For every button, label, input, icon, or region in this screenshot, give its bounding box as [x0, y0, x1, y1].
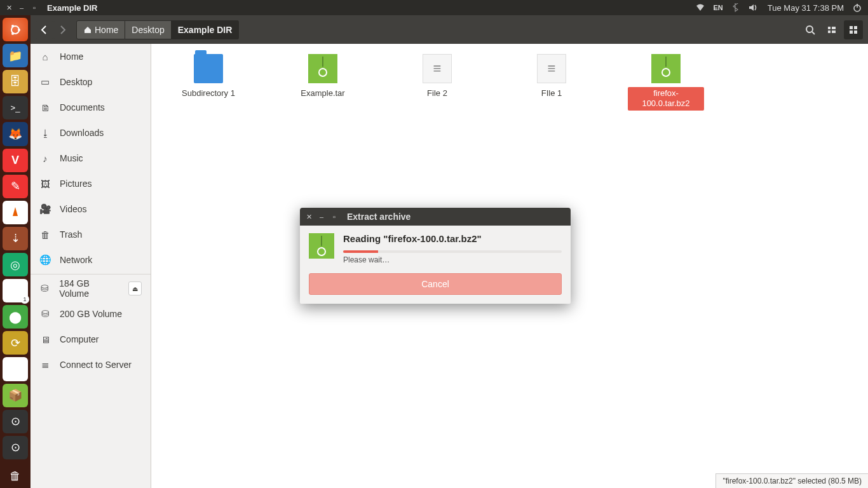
svg-rect-4 — [828, 27, 831, 29]
hdd-icon: ⛁ — [39, 283, 50, 294]
launcher-item[interactable]: ⬤ — [3, 305, 28, 329]
sidebar-item-documents[interactable]: 🗎Documents — [31, 95, 151, 120]
breadcrumb-home[interactable]: Home — [76, 20, 125, 39]
sidebar-item-label: Computer — [60, 334, 98, 344]
file-item[interactable]: FIle 1 — [513, 54, 590, 100]
sidebar-item-network[interactable]: 🌐Network — [31, 247, 151, 273]
svg-rect-6 — [832, 27, 836, 29]
bluetooth-icon[interactable] — [732, 3, 740, 12]
eject-button[interactable]: ⏏ — [128, 281, 142, 295]
launcher-firefox[interactable]: 🦊 — [3, 122, 28, 146]
sidebar-item-trash[interactable]: 🗑Trash — [31, 222, 151, 247]
sidebar-item-pictures[interactable]: 🖼Pictures — [31, 171, 151, 196]
sidebar-item-desktop[interactable]: ▭Desktop — [31, 69, 151, 95]
hdd-icon: ⛁ — [39, 308, 51, 320]
launcher-item[interactable]: 📁 — [3, 44, 28, 67]
pictures-icon: 🖼 — [39, 179, 51, 189]
unity-launcher: 📁 🗄 >_ 🦊 V ✎ ⇣ ◎ 🛍1 ⬤ ⟳ S 📦 ⊙ ⊙ 🗑 — [0, 15, 31, 488]
launcher-item[interactable]: ✎ — [3, 175, 28, 198]
maximize-icon[interactable]: ▫ — [28, 4, 41, 11]
trash-icon: 🗑 — [39, 229, 51, 240]
power-icon[interactable] — [853, 3, 862, 12]
server-icon: ≣ — [39, 359, 51, 370]
sidebar-item-label: Home — [60, 51, 83, 62]
launcher-item[interactable]: ⟳ — [3, 331, 28, 355]
file-item[interactable]: Subdirectory 1 — [170, 54, 247, 100]
sidebar-item-videos[interactable]: 🎥Videos — [31, 196, 151, 222]
language-indicator[interactable]: EN — [714, 4, 723, 11]
svg-rect-8 — [850, 26, 853, 29]
download-icon: ⭳ — [39, 128, 51, 139]
places-sidebar: ⌂Home▭Desktop🗎Documents⭳Downloads♪Music🖼… — [31, 44, 151, 488]
progress-bar — [343, 250, 562, 253]
extract-archive-dialog: ✕ – ▫ Extract archive Reading "firefox-1… — [300, 208, 571, 304]
minimize-icon[interactable]: – — [15, 4, 28, 11]
close-icon[interactable]: ✕ — [302, 213, 315, 221]
launcher-item[interactable]: ⊙ — [3, 410, 28, 433]
launcher-item[interactable]: S — [3, 357, 28, 381]
search-button[interactable] — [801, 20, 820, 39]
file-item[interactable]: Example.tar — [285, 54, 361, 100]
file-label: FIle 1 — [513, 87, 590, 100]
sidebar-item-label: 184 GB Volume — [59, 278, 119, 299]
file-manager-toolbar: Home Desktop Example DIR — [31, 15, 868, 44]
sidebar-item-label: Trash — [60, 229, 82, 240]
close-icon[interactable]: ✕ — [3, 4, 15, 12]
launcher-software[interactable]: 🛍1 — [3, 279, 28, 302]
view-list-button[interactable] — [822, 20, 841, 39]
minimize-icon[interactable]: – — [315, 213, 328, 221]
svg-point-15 — [11, 32, 14, 35]
launcher-vlc[interactable] — [3, 201, 28, 224]
launcher-shutter[interactable]: ◎ — [3, 253, 28, 276]
file-item[interactable]: File 2 — [399, 54, 475, 100]
breadcrumb-desktop[interactable]: Desktop — [125, 20, 171, 39]
cancel-button[interactable]: Cancel — [309, 273, 562, 295]
sidebar-item-label: Connect to Server — [60, 360, 132, 370]
launcher-vivaldi[interactable]: V — [3, 149, 28, 172]
wifi-icon[interactable] — [696, 4, 705, 11]
sidebar-item-home[interactable]: ⌂Home — [31, 44, 151, 69]
sidebar-item-label: Downloads — [60, 128, 104, 138]
svg-rect-7 — [832, 30, 836, 33]
launcher-archive-manager[interactable]: 📦 — [3, 384, 28, 407]
launcher-trash[interactable]: 🗑 — [3, 464, 28, 488]
computer-icon: 🖥 — [39, 334, 51, 345]
sidebar-item-label: Network — [60, 255, 92, 265]
view-grid-button[interactable] — [844, 20, 863, 39]
forward-button[interactable] — [53, 21, 71, 39]
svg-point-13 — [18, 29, 20, 31]
dialog-message: Reading "firefox-100.0.tar.bz2" — [343, 233, 562, 244]
breadcrumb: Home Desktop Example DIR — [76, 20, 239, 39]
volume-icon[interactable] — [749, 4, 759, 11]
dialog-titlebar[interactable]: ✕ – ▫ Extract archive — [300, 208, 571, 226]
launcher-item[interactable]: ⊙ — [3, 436, 28, 459]
launcher-terminal[interactable]: >_ — [3, 96, 28, 119]
svg-point-2 — [806, 26, 813, 32]
svg-point-14 — [11, 25, 14, 27]
top-panel: ✕ – ▫ Example DIR EN Tue May 31 7:38 PM — [0, 0, 868, 15]
launcher-files[interactable]: 🗄 — [3, 70, 28, 93]
sidebar-item-connect-to-server[interactable]: ≣Connect to Server — [31, 352, 151, 377]
breadcrumb-current[interactable]: Example DIR — [172, 20, 240, 39]
sidebar-item-label: Videos — [60, 204, 87, 214]
dialog-title: Extract archive — [347, 212, 410, 222]
back-button[interactable] — [36, 21, 53, 39]
archive-icon — [651, 54, 681, 83]
file-item[interactable]: firefox-100.0.tar.bz2 — [628, 54, 704, 111]
sidebar-item-200-gb-volume[interactable]: ⛁200 GB Volume — [31, 301, 151, 327]
sidebar-item-computer[interactable]: 🖥Computer — [31, 327, 151, 352]
sidebar-item-downloads[interactable]: ⭳Downloads — [31, 120, 151, 146]
home-icon: ⌂ — [39, 51, 51, 62]
sidebar-item-184-gb-volume[interactable]: ⛁184 GB Volume⏏ — [31, 276, 151, 301]
file-label: Example.tar — [285, 87, 361, 100]
launcher-transmission[interactable]: ⇣ — [3, 227, 28, 250]
sidebar-item-label: Pictures — [60, 179, 92, 189]
svg-rect-5 — [828, 30, 831, 33]
desktop-icon: ▭ — [39, 76, 51, 88]
clock[interactable]: Tue May 31 7:38 PM — [768, 3, 844, 13]
selection-status: "firefox-100.0.tar.bz2" selected (80.5 M… — [715, 473, 868, 488]
maximize-icon[interactable]: ▫ — [328, 213, 341, 221]
launcher-dash[interactable] — [3, 18, 28, 41]
archive-icon — [308, 54, 337, 83]
sidebar-item-music[interactable]: ♪Music — [31, 146, 151, 171]
